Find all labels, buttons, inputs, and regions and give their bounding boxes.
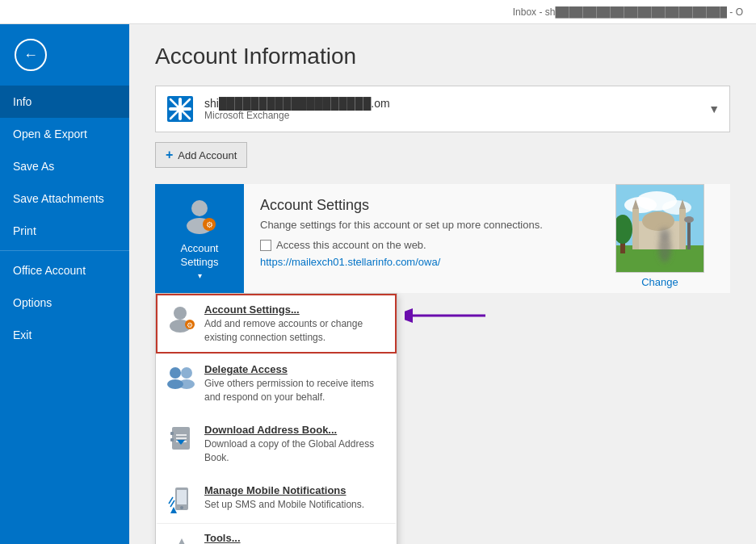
svg-rect-16 [170, 432, 174, 435]
account-type: Microsoft Exchange [204, 110, 720, 121]
manage-mobile-icon [167, 484, 196, 513]
tools-title: Tools... [204, 532, 385, 544]
svg-rect-35 [632, 209, 639, 249]
account-settings-btn-icon: ⚙ [180, 197, 219, 236]
account-settings-icon-button[interactable]: ⚙ Account Settings ▾ [155, 184, 244, 293]
manage-mobile-text: Manage Mobile Notifications Set up SMS a… [204, 484, 385, 512]
tools-text: Tools... [204, 532, 385, 544]
back-circle-icon: ← [15, 39, 47, 71]
svg-line-26 [170, 500, 174, 507]
web-access-checkbox[interactable] [260, 240, 271, 251]
account-info: shi███████████████████.om Microsoft Exch… [204, 97, 720, 121]
web-access-label: Access this account on the web. [276, 239, 426, 251]
svg-point-44 [659, 228, 670, 239]
purple-arrow-annotation [405, 303, 494, 328]
delegate-access-text: Delegate Access Give others permission t… [204, 363, 385, 404]
manage-mobile-title: Manage Mobile Notifications [204, 484, 385, 496]
download-address-book-text: Download Address Book... Download a copy… [204, 424, 385, 465]
sidebar-item-open-export[interactable]: Open & Export [0, 118, 129, 150]
svg-point-11 [170, 367, 181, 379]
sidebar-item-save-attachments[interactable]: Save Attachments [0, 182, 129, 215]
main-layout: ← Info Open & Export Save As Save Attach… [0, 24, 756, 544]
change-photo-link[interactable]: Change [641, 276, 678, 288]
title-bar-text: Inbox - sh█████████████████████████ - O [513, 6, 743, 18]
sidebar-item-options[interactable]: Options [0, 287, 129, 319]
sidebar-nav: Info Open & Export Save As Save Attachme… [0, 86, 129, 351]
download-address-book-icon [167, 424, 196, 453]
dropdown-item-tools[interactable]: Tools... [156, 523, 397, 544]
account-settings-item-desc: Add and remove accounts or change existi… [204, 317, 385, 345]
dropdown-item-account-settings[interactable]: ⚙ Account Settings... Add and remove acc… [156, 294, 397, 354]
dropdown-item-delegate-access[interactable]: Delegate Access Give others permission t… [156, 354, 397, 414]
sidebar-item-save-as[interactable]: Save As [0, 150, 129, 182]
account-settings-container: ⚙ Account Settings ▾ Account Settings Ch… [155, 184, 730, 293]
svg-point-24 [180, 506, 183, 509]
account-dropdown-arrow-icon[interactable]: ▼ [708, 103, 720, 115]
account-settings-dropdown-menu: ⚙ Account Settings... Add and remove acc… [155, 293, 397, 544]
sidebar-item-office-account[interactable]: Office Account [0, 254, 129, 287]
title-bar: Inbox - sh█████████████████████████ - O [0, 0, 756, 24]
sidebar-divider [0, 250, 129, 251]
download-address-book-desc: Download a copy of the Global Address Bo… [204, 437, 385, 465]
svg-rect-17 [170, 438, 174, 441]
back-button[interactable]: ← [6, 31, 55, 79]
svg-line-27 [169, 497, 173, 504]
tools-icon [167, 532, 196, 544]
profile-photo [615, 184, 704, 273]
page-title: Account Information [155, 44, 730, 69]
dropdown-item-manage-mobile[interactable]: Manage Mobile Notifications Set up SMS a… [156, 475, 397, 523]
svg-point-14 [178, 379, 195, 389]
profile-photo-area: Change [615, 184, 704, 288]
dropdown-item-download-address-book[interactable]: Download Address Book... Download a copy… [156, 414, 397, 475]
svg-point-31 [662, 200, 691, 215]
sidebar: ← Info Open & Export Save As Save Attach… [0, 24, 129, 544]
plus-icon: + [166, 148, 173, 162]
account-settings-item-icon: ⚙ [167, 303, 196, 333]
account-logo-icon [166, 94, 195, 123]
account-settings-item-text: Account Settings... Add and remove accou… [204, 303, 385, 345]
svg-text:⚙: ⚙ [206, 220, 213, 229]
sidebar-item-info[interactable]: Info [0, 86, 129, 118]
account-settings-dropdown-icon: ▾ [198, 271, 202, 280]
download-address-book-title: Download Address Book... [204, 424, 385, 436]
svg-point-1 [191, 200, 208, 216]
manage-mobile-desc: Set up SMS and Mobile Notifications. [204, 498, 385, 512]
sidebar-item-exit[interactable]: Exit [0, 319, 129, 351]
svg-point-5 [174, 307, 187, 320]
svg-rect-37 [679, 209, 686, 249]
content-area: Account Information shi█████████████████… [129, 24, 756, 544]
account-email-bar: shi███████████████████.om Microsoft Exch… [155, 86, 730, 132]
svg-point-42 [684, 216, 694, 223]
account-settings-btn-label: Account Settings [162, 242, 237, 270]
svg-rect-41 [687, 221, 691, 249]
content-inner: Account Information shi█████████████████… [129, 24, 756, 544]
svg-text:⚙: ⚙ [187, 321, 193, 329]
add-account-button[interactable]: + Add Account [155, 142, 247, 168]
delegate-access-title: Delegate Access [204, 363, 385, 375]
account-email: shi███████████████████.om [204, 97, 720, 110]
svg-point-13 [181, 367, 192, 379]
delegate-access-desc: Give others permission to receive items … [204, 377, 385, 404]
svg-point-34 [642, 211, 674, 231]
svg-rect-23 [177, 490, 187, 504]
sidebar-item-print[interactable]: Print [0, 215, 129, 247]
delegate-access-icon [167, 363, 196, 392]
account-settings-item-title: Account Settings... [204, 303, 385, 316]
